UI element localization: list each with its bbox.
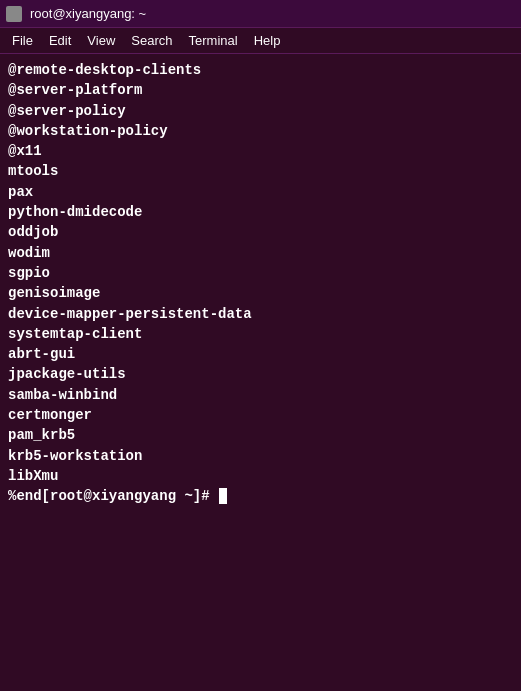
terminal-line: genisoimage xyxy=(8,283,513,303)
terminal-line: python-dmidecode xyxy=(8,202,513,222)
file-menu[interactable]: File xyxy=(4,30,41,51)
terminal-line: @remote-desktop-clients xyxy=(8,60,513,80)
terminal-line: certmonger xyxy=(8,405,513,425)
terminal-line: @server-platform xyxy=(8,80,513,100)
terminal-line: systemtap-client xyxy=(8,324,513,344)
help-menu[interactable]: Help xyxy=(246,30,289,51)
terminal-line: @server-policy xyxy=(8,101,513,121)
terminal-line: mtools xyxy=(8,161,513,181)
terminal-line: @workstation-policy xyxy=(8,121,513,141)
prompt-text: %end[root@xiyangyang ~]# xyxy=(8,486,218,506)
view-menu[interactable]: View xyxy=(79,30,123,51)
terminal-content: @remote-desktop-clients@server-platform@… xyxy=(0,54,521,691)
terminal-line: jpackage-utils xyxy=(8,364,513,384)
edit-menu[interactable]: Edit xyxy=(41,30,79,51)
terminal-line: device-mapper-persistent-data xyxy=(8,304,513,324)
terminal-line: abrt-gui xyxy=(8,344,513,364)
terminal-menu[interactable]: Terminal xyxy=(181,30,246,51)
terminal-line: pam_krb5 xyxy=(8,425,513,445)
title-bar-title: root@xiyangyang: ~ xyxy=(30,6,515,21)
terminal-line: samba-winbind xyxy=(8,385,513,405)
terminal-line: krb5-workstation xyxy=(8,446,513,466)
terminal-line: wodim xyxy=(8,243,513,263)
terminal-prompt: %end[root@xiyangyang ~]# xyxy=(8,486,513,506)
cursor xyxy=(219,488,227,504)
terminal-line: libXmu xyxy=(8,466,513,486)
terminal-line: pax xyxy=(8,182,513,202)
terminal-icon xyxy=(6,6,22,22)
terminal-line: @x11 xyxy=(8,141,513,161)
terminal-line: sgpio xyxy=(8,263,513,283)
search-menu[interactable]: Search xyxy=(123,30,180,51)
terminal-line: oddjob xyxy=(8,222,513,242)
title-bar: root@xiyangyang: ~ xyxy=(0,0,521,28)
menu-bar: FileEditViewSearchTerminalHelp xyxy=(0,28,521,54)
